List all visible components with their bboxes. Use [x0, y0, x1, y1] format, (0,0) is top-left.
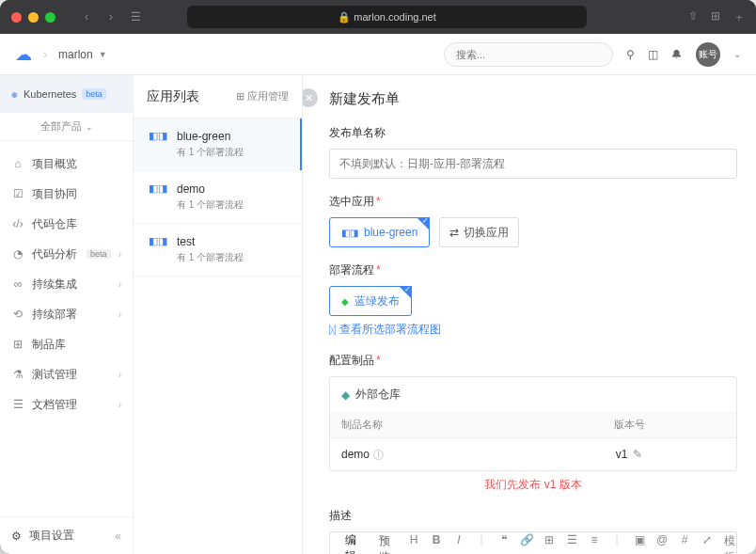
- sidebar-item-docs[interactable]: ☰文档管理›: [0, 389, 133, 419]
- breadcrumb[interactable]: marlon ▼: [58, 48, 107, 61]
- fwd-icon[interactable]: ›: [104, 10, 118, 24]
- chevron-down-icon: ▼: [99, 50, 107, 59]
- sidebar-header[interactable]: ⎈ Kubernetes beta: [0, 75, 133, 113]
- sidebar-item-analysis[interactable]: ◔代码分析beta›: [0, 239, 133, 269]
- chevron-right-icon: ›: [118, 249, 121, 260]
- table-icon[interactable]: ⊞: [543, 533, 556, 555]
- logo[interactable]: ☁: [15, 44, 32, 65]
- sidebar-item-cd[interactable]: ⟲持续部署›: [0, 299, 133, 329]
- app-list: 应用列表 ⊞ 应用管理 ◧◨ blue-green有 1 个部署流程 ◧◨ de…: [134, 75, 303, 554]
- flowchart-icon: ᛞ: [329, 324, 336, 337]
- all-products[interactable]: 全部产品 ⌄: [0, 113, 133, 141]
- edit-tab[interactable]: 编辑: [339, 525, 362, 555]
- package-icon: ⊞: [11, 338, 24, 351]
- cfg-label: 配置制品*: [329, 353, 737, 369]
- sidebar-item-test[interactable]: ⚗测试管理›: [0, 359, 133, 389]
- code-icon: ‹/›: [11, 217, 24, 230]
- chevron-down-icon: ⌄: [86, 122, 93, 132]
- flow-label: 部署流程*: [329, 262, 737, 278]
- app-item[interactable]: ◧◨ test有 1 个部署流程: [134, 224, 302, 277]
- k8s-icon: ⎈: [11, 88, 18, 100]
- search-input[interactable]: [444, 42, 613, 67]
- bold-icon[interactable]: B: [430, 533, 443, 555]
- avatar[interactable]: 账号: [696, 42, 720, 67]
- url-bar[interactable]: 🔒 marlon.coding.net: [187, 6, 587, 28]
- switch-app-button[interactable]: ⇄ 切换应用: [439, 217, 519, 247]
- release-form: 新建发布单 发布单名称 选中应用* ◧◨ blue-green: [303, 75, 756, 554]
- sidebar-item-repo[interactable]: ‹/›代码仓库: [0, 209, 133, 239]
- sidebar-item-overview[interactable]: ⌂项目概览: [0, 149, 133, 179]
- preview-tab[interactable]: 预览: [373, 526, 396, 555]
- doc-icon: ☰: [11, 398, 24, 411]
- check-icon: ☑: [11, 187, 24, 200]
- h-icon[interactable]: H: [407, 533, 420, 555]
- artifact-config: ◆外部仓库 制品名称版本号 demoi v1✎: [329, 376, 737, 471]
- info-icon[interactable]: i: [373, 450, 384, 460]
- name-label: 发布单名称: [329, 125, 737, 141]
- at-icon[interactable]: @: [655, 533, 669, 555]
- cycle-icon: ⟲: [11, 308, 24, 321]
- app-item[interactable]: ◧◨ blue-green有 1 个部署流程: [134, 119, 302, 171]
- sidebar: ⎈ Kubernetes beta 全部产品 ⌄ ⌂项目概览 ☑项目协同 ‹/›…: [0, 75, 134, 554]
- name-input[interactable]: [329, 149, 737, 179]
- browser-chrome: ‹ › ☰ 🔒 marlon.coding.net ⇧ ⊞ ＋: [0, 0, 756, 34]
- swap-icon: ⇄: [449, 226, 459, 239]
- bell-icon[interactable]: 🔔︎: [671, 48, 683, 61]
- chevron-right-icon: ›: [118, 309, 121, 320]
- app-icon: ◧◨: [149, 182, 167, 212]
- panel-title: 新建发布单: [329, 90, 737, 108]
- traffic-light-max[interactable]: [45, 12, 55, 23]
- sidebar-item-artifact[interactable]: ⊞制品库: [0, 329, 133, 359]
- chart-icon: ◔: [11, 247, 24, 261]
- italic-icon[interactable]: I: [452, 533, 465, 555]
- sidebar-item-collab[interactable]: ☑项目协同: [0, 179, 133, 209]
- app-mgmt-link[interactable]: ⊞ 应用管理: [236, 89, 289, 103]
- sidebar-item-ci[interactable]: ∞持续集成›: [0, 269, 133, 299]
- applist-title: 应用列表: [147, 88, 199, 105]
- traffic-light-min[interactable]: [28, 12, 39, 23]
- app-icon: ◧◨: [341, 228, 358, 238]
- topbar: ☁ › marlon ▼ ⚲ ◫ 🔔︎ 账号 ⌄: [0, 34, 756, 75]
- expand-icon[interactable]: ⤢: [701, 533, 714, 555]
- desc-label: 描述: [329, 508, 737, 524]
- gear-icon: ⚙: [11, 530, 22, 543]
- flow-chip[interactable]: ◆ 蓝绿发布: [329, 286, 412, 316]
- flask-icon: ⚗: [11, 368, 24, 381]
- sidebar-settings[interactable]: ⚙ 项目设置 «: [0, 516, 133, 554]
- md-toolbar: 编辑 预览 H B I | ❝ 🔗 ⊞ ☰ ≡: [329, 531, 737, 554]
- lock-icon: 🔒: [338, 11, 351, 24]
- app-item[interactable]: ◧◨ demo有 1 个部署流程: [134, 171, 302, 224]
- flow-icon: ◆: [341, 296, 349, 307]
- ol-icon[interactable]: ☰: [565, 533, 578, 555]
- back-icon[interactable]: ‹: [80, 10, 93, 24]
- app-icon: ◧◨: [149, 130, 167, 159]
- inbox-icon[interactable]: ◫: [648, 48, 658, 61]
- app-chip[interactable]: ◧◨ blue-green: [329, 217, 430, 247]
- app-icon: ◧◨: [149, 235, 167, 264]
- chevron-down-icon[interactable]: ⌄: [733, 49, 741, 59]
- infinity-icon: ∞: [11, 277, 24, 291]
- nav-arrows: ‹ › ☰: [80, 10, 142, 24]
- ul-icon[interactable]: ≡: [588, 533, 601, 555]
- collapse-icon[interactable]: «: [115, 530, 121, 543]
- share-icon[interactable]: ⇧: [688, 9, 698, 25]
- chevron-right-icon: ›: [118, 279, 121, 290]
- home-icon: ⌂: [11, 157, 24, 170]
- newtab-icon[interactable]: ＋: [733, 9, 745, 25]
- edit-icon[interactable]: ✎: [633, 448, 642, 461]
- grid-icon: ⊞: [236, 90, 244, 102]
- view-flowchart-link[interactable]: ᛞ 查看所选部署流程图: [329, 322, 441, 338]
- copy-icon[interactable]: ⊞: [711, 9, 720, 25]
- template-button[interactable]: 模板: [723, 533, 736, 555]
- hint-text: 我们先发布 v1 版本: [329, 477, 737, 493]
- chevron-right-icon: ›: [118, 400, 121, 410]
- traffic-light-close[interactable]: [11, 12, 22, 23]
- link-icon[interactable]: 🔗: [520, 533, 533, 555]
- quote-icon[interactable]: ❝: [497, 533, 511, 555]
- search-icon[interactable]: ⚲: [626, 48, 635, 61]
- image-icon[interactable]: ▣: [633, 533, 646, 555]
- hash-icon[interactable]: #: [678, 533, 691, 555]
- table-row: demoi v1✎: [330, 438, 736, 470]
- repo-icon: ◆: [341, 388, 350, 402]
- sidebar-icon[interactable]: ☰: [129, 10, 142, 24]
